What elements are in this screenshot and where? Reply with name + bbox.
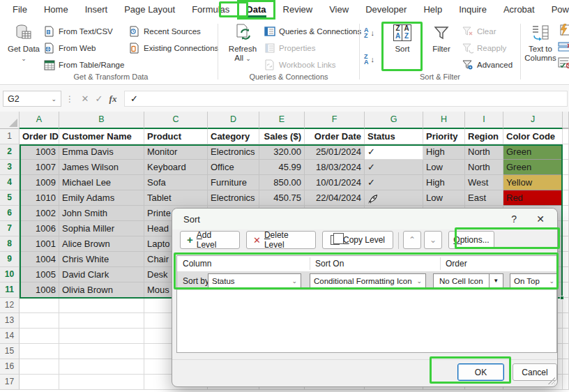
row-header-10[interactable]: 10	[0, 267, 20, 282]
from-text-csv-button[interactable]: From Text/CSV	[43, 24, 113, 39]
cell[interactable]	[59, 359, 144, 375]
row-header-11[interactable]: 11	[0, 282, 20, 298]
column-header-J[interactable]: J	[503, 112, 563, 129]
cell-partial[interactable]	[563, 359, 569, 375]
column-header-partial[interactable]	[563, 112, 569, 129]
cell[interactable]: 45.99	[259, 160, 305, 175]
cell[interactable]	[20, 298, 59, 313]
workbook-links-button[interactable]: Workbook Links	[264, 57, 336, 73]
cell[interactable]: ✓	[365, 160, 423, 175]
cell-partial[interactable]	[563, 298, 569, 313]
cell-color-code[interactable]: Yellow	[503, 175, 563, 190]
cell-partial[interactable]	[563, 375, 569, 390]
move-down-button[interactable]: ⌄	[424, 231, 442, 249]
cell-partial[interactable]	[563, 129, 569, 144]
insert-function-icon[interactable]: fx	[106, 93, 120, 105]
row-header-14[interactable]: 14	[0, 329, 20, 344]
cell[interactable]: Electronics	[208, 144, 259, 160]
column-header-H[interactable]: H	[423, 112, 465, 129]
cell[interactable]: ✓	[365, 144, 423, 160]
cell-rocket-icon[interactable]	[365, 190, 423, 206]
table-header-cell[interactable]: Sales ($)	[259, 129, 305, 144]
options-button[interactable]: Options...	[448, 231, 494, 249]
ribbon-tab-review[interactable]: Review	[275, 1, 321, 19]
cell[interactable]: James Wilson	[59, 160, 144, 175]
cell[interactable]: Low	[423, 160, 465, 175]
ribbon-tab-formulas[interactable]: Formulas	[183, 1, 238, 19]
row-header-9[interactable]: 9	[0, 252, 20, 267]
cell[interactable]	[20, 329, 59, 344]
cell[interactable]: Emma Davis	[59, 144, 144, 160]
help-icon[interactable]: ?	[511, 213, 517, 225]
cell[interactable]: 18/03/2024	[305, 160, 365, 175]
from-table-range-button[interactable]: From Table/Range	[43, 57, 124, 73]
sort-descending-button[interactable]: ZA↓	[364, 52, 374, 67]
cell[interactable]: Sofa	[144, 175, 208, 190]
enter-entry-icon[interactable]: ✓	[92, 93, 106, 104]
cell-partial[interactable]	[563, 206, 569, 221]
close-icon[interactable]: ✕	[536, 213, 545, 225]
row-header-12[interactable]: 12	[0, 298, 20, 313]
ribbon-tab-developer[interactable]: Developer	[357, 1, 415, 19]
row-header-2[interactable]: 2	[0, 144, 20, 160]
cell[interactable]: 1004	[20, 252, 59, 267]
reapply-button[interactable]: Reapply	[462, 40, 506, 56]
cell-partial[interactable]	[563, 175, 569, 190]
existing-connections-button[interactable]: Existing Connections	[128, 40, 218, 56]
order-position-dropdown[interactable]: On Top ⌄	[510, 273, 559, 289]
cell[interactable]	[20, 359, 59, 375]
table-header-cell[interactable]: Order Date	[305, 129, 365, 144]
dialog-title[interactable]: Sort	[172, 209, 557, 229]
cell[interactable]	[59, 298, 144, 313]
cell-color-code[interactable]: Red	[503, 190, 563, 206]
table-header-cell[interactable]: Region	[465, 129, 503, 144]
row-header-16[interactable]: 16	[0, 359, 20, 375]
cell[interactable]: Low	[423, 190, 465, 206]
cell[interactable]: 1003	[20, 144, 59, 160]
cell[interactable]: Sophia Miller	[59, 221, 144, 236]
column-header-E[interactable]: E	[259, 112, 305, 129]
cell[interactable]: 1007	[20, 160, 59, 175]
add-level-button[interactable]: + Add Level	[180, 231, 240, 249]
ok-button[interactable]: OK	[457, 363, 504, 381]
cell[interactable]	[20, 313, 59, 329]
cell[interactable]: North	[465, 160, 503, 175]
cell[interactable]: East	[465, 190, 503, 206]
cell[interactable]	[59, 329, 144, 344]
ribbon-tab-power-pivot[interactable]: Power Pivot	[543, 1, 569, 19]
cell-partial[interactable]	[563, 267, 569, 282]
name-box[interactable]: G2 ⌄	[3, 91, 61, 107]
cell[interactable]: North	[465, 144, 503, 160]
ribbon-tab-data[interactable]: Data	[238, 1, 274, 19]
ribbon-tab-inquire[interactable]: Inquire	[450, 1, 495, 19]
cell[interactable]: 25/01/2024	[305, 144, 365, 160]
row-header-3[interactable]: 3	[0, 160, 20, 175]
cell-partial[interactable]	[563, 344, 569, 359]
get-data-button[interactable]: Get Data ⌄	[7, 22, 40, 63]
column-header-I[interactable]: I	[465, 112, 503, 129]
filter-button[interactable]: Filter	[425, 22, 457, 54]
table-header-cell[interactable]: Color Code	[503, 129, 563, 144]
text-to-columns-button[interactable]: Text to Columns	[523, 22, 558, 63]
cell[interactable]	[20, 375, 59, 390]
cell-color-code[interactable]: Green	[503, 144, 563, 160]
cell-color-code[interactable]: Green	[503, 160, 563, 175]
cell[interactable]: West	[465, 175, 503, 190]
column-header-B[interactable]: B	[59, 112, 144, 129]
ribbon-tab-acrobat[interactable]: Acrobat	[495, 1, 543, 19]
cell[interactable]: Tablet	[144, 190, 208, 206]
cell[interactable]: Office	[208, 160, 259, 175]
row-header-5[interactable]: 5	[0, 190, 20, 206]
refresh-all-button[interactable]: Refresh All ⌄	[225, 22, 261, 63]
row-header-1[interactable]: 1	[0, 129, 20, 144]
cell-partial[interactable]	[563, 329, 569, 344]
cell[interactable]: Emily Adams	[59, 190, 144, 206]
move-up-button[interactable]: ⌃	[403, 231, 421, 249]
recent-sources-button[interactable]: Recent Sources	[128, 24, 201, 39]
delete-level-button[interactable]: ✕ Delete Level	[246, 231, 316, 249]
cell[interactable]: Michael Lee	[59, 175, 144, 190]
row-header-15[interactable]: 15	[0, 344, 20, 359]
ribbon-tab-help[interactable]: Help	[415, 1, 450, 19]
ribbon-tab-view[interactable]: View	[321, 1, 357, 19]
cell[interactable]: 22/04/2024	[305, 190, 365, 206]
